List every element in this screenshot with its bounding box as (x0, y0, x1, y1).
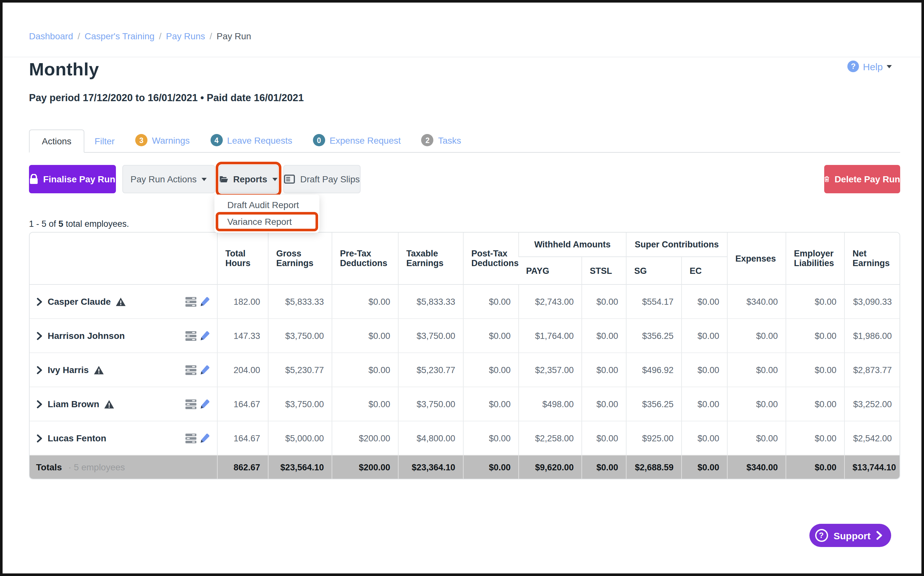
col-employer-liabilities: Employer Liabilities (785, 233, 844, 285)
amount-cell: $0.00 (785, 318, 844, 352)
amount-cell: $2,258.00 (518, 421, 581, 455)
employee-name-cell[interactable]: Ivy Harris (30, 354, 216, 386)
employee-name-cell[interactable]: Liam Brown (30, 388, 216, 420)
warning-icon (116, 298, 126, 306)
menu-item-draft-audit-report[interactable]: Draft Audit Report (214, 197, 319, 213)
pay-details-icon[interactable] (185, 331, 196, 341)
edit-pencil-icon[interactable] (199, 365, 210, 375)
tab-leave-requests[interactable]: 4 Leave Requests (200, 128, 302, 152)
pay-run-table-container: Total Hours Gross Earnings Pre-Tax Deduc… (29, 232, 900, 479)
col-payg: PAYG (518, 257, 581, 285)
amount-cell: $0.00 (463, 387, 518, 421)
employee-name: Ivy Harris (48, 365, 89, 375)
amount-cell: $356.25 (626, 387, 681, 421)
amount-cell: $200.00 (332, 421, 398, 455)
chevron-right-icon (876, 531, 882, 540)
edit-pencil-icon[interactable] (199, 399, 210, 409)
breadcrumb-business[interactable]: Casper's Training (85, 31, 155, 41)
amount-cell: $498.00 (518, 387, 581, 421)
help-menu[interactable]: ? Help (847, 61, 892, 72)
tab-tasks[interactable]: 2 Tasks (411, 128, 472, 152)
breadcrumb-current: Pay Run (217, 31, 251, 41)
breadcrumb-dashboard[interactable]: Dashboard (29, 31, 73, 41)
col-post-tax-deductions: Post-Tax Deductions (463, 233, 518, 285)
edit-pencil-icon[interactable] (199, 433, 210, 443)
employee-row: Lucas Fenton164.67$5,000.00$200.00$4,800… (30, 421, 900, 455)
warning-icon (104, 400, 114, 408)
edit-pencil-icon[interactable] (199, 296, 210, 307)
warning-icon (94, 366, 104, 374)
amount-cell: $0.00 (681, 318, 727, 352)
amount-cell: $0.00 (785, 285, 844, 318)
amount-cell: $0.00 (463, 285, 518, 318)
amount-cell: $5,230.77 (268, 352, 332, 387)
tab-expense-request[interactable]: 0 Expense Request (303, 128, 411, 152)
pay-run-actions-button[interactable]: Pay Run Actions (122, 165, 215, 193)
amount-cell: $0.00 (463, 318, 518, 352)
menu-item-variance-report[interactable]: Variance Report (214, 213, 319, 230)
delete-pay-run-button[interactable]: Delete Pay Run (824, 165, 900, 193)
employee-name-cell[interactable]: Harrison Johnson (30, 320, 216, 352)
pay-details-icon[interactable] (185, 433, 196, 443)
amount-cell: $5,230.77 (398, 352, 463, 387)
chevron-down-icon (272, 178, 278, 181)
employee-name: Lucas Fenton (48, 433, 106, 443)
expense-request-count-badge: 0 (313, 134, 325, 146)
amount-cell: $0.00 (332, 387, 398, 421)
col-taxable-earnings: Taxable Earnings (398, 233, 463, 285)
tab-actions[interactable]: Actions (29, 130, 85, 153)
support-label: Support (833, 530, 871, 541)
leave-requests-count-badge: 4 (210, 134, 222, 146)
totals-label: Totals (36, 462, 62, 472)
amount-cell: $340.00 (727, 285, 785, 318)
tab-bar: Actions Filter 3 Warnings 4 Leave Reques… (29, 130, 900, 153)
col-net-earnings: Net Earnings (844, 233, 900, 285)
total-amount-cell: $200.00 (332, 455, 398, 479)
draft-pay-slips-button[interactable]: Draft Pay Slips (283, 165, 361, 193)
amount-cell: $0.00 (332, 285, 398, 318)
breadcrumb-separator: / (210, 31, 212, 41)
pay-details-icon[interactable] (185, 297, 196, 306)
tab-label: Expense Request (330, 135, 401, 145)
col-expenses: Expenses (727, 233, 785, 285)
finalise-pay-run-button[interactable]: Finalise Pay Run (29, 165, 116, 193)
edit-pencil-icon[interactable] (199, 331, 210, 341)
amount-cell: 164.67 (217, 421, 268, 455)
reports-dropdown-menu: Draft Audit Report Variance Report (214, 195, 319, 233)
tab-warnings[interactable]: 3 Warnings (125, 128, 200, 152)
pay-details-icon[interactable] (185, 399, 196, 409)
amount-cell: $0.00 (581, 318, 626, 352)
employee-name-cell[interactable]: Lucas Fenton (30, 422, 216, 454)
pay-run-table: Total Hours Gross Earnings Pre-Tax Deduc… (30, 233, 900, 479)
amount-cell: $5,833.33 (398, 285, 463, 318)
amount-cell: $3,750.00 (268, 387, 332, 421)
employee-row: Harrison Johnson147.33$3,750.00$0.00$3,7… (30, 318, 900, 352)
amount-cell: 147.33 (217, 318, 268, 352)
pay-details-icon[interactable] (185, 365, 196, 374)
amount-cell: 204.00 (217, 352, 268, 387)
total-amount-cell: $340.00 (727, 455, 785, 479)
chevron-right-icon (37, 331, 43, 340)
reports-button[interactable]: Reports (219, 165, 278, 193)
col-employee (30, 233, 217, 285)
amount-cell: $0.00 (727, 352, 785, 387)
amount-cell: 182.00 (217, 285, 268, 318)
help-label: Help (863, 61, 883, 72)
tab-filter[interactable]: Filter (85, 130, 125, 152)
total-amount-cell: $23,364.10 (398, 455, 463, 479)
tab-label: Tasks (438, 135, 461, 145)
support-question-icon: ? (815, 529, 828, 542)
amount-cell: $0.00 (581, 352, 626, 387)
chevron-right-icon (37, 434, 43, 442)
chevron-right-icon (37, 400, 43, 408)
table-body: Casper Claude182.00$5,833.33$0.00$5,833.… (30, 285, 900, 455)
employee-row: Casper Claude182.00$5,833.33$0.00$5,833.… (30, 285, 900, 318)
employee-name-cell[interactable]: Casper Claude (30, 285, 216, 318)
amount-cell: $0.00 (681, 285, 727, 318)
tab-label: Leave Requests (227, 135, 292, 145)
support-button[interactable]: ? Support (809, 524, 891, 547)
col-sg: SG (626, 257, 681, 285)
pay-run-actions-label: Pay Run Actions (130, 174, 196, 184)
breadcrumb-pay-runs[interactable]: Pay Runs (166, 31, 205, 41)
tab-label: Filter (95, 136, 115, 146)
